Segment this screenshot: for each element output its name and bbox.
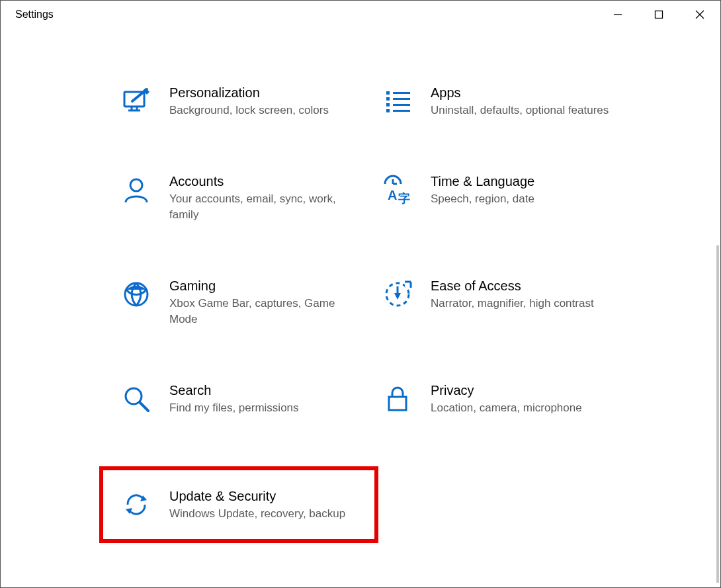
tile-title: Update & Security [169,487,357,505]
tile-title: Apps [431,84,618,101]
apps-icon [382,85,413,117]
tile-sub: Windows Update, recovery, backup [169,506,348,522]
accounts-icon [120,174,152,206]
svg-rect-10 [386,91,390,95]
gaming-icon [120,278,152,310]
maximize-button[interactable] [638,1,679,28]
svg-rect-13 [386,109,390,112]
tile-sub: Location, camera, microphone [431,400,609,416]
tile-title: Gaming [169,277,357,294]
tile-sub: Uninstall, defaults, optional features [431,103,609,118]
svg-text:字: 字 [398,192,410,205]
tile-sub: Background, lock screen, colors [169,103,348,118]
tile-sub: Find my files, permissions [169,400,348,416]
tile-personalization[interactable]: Personalization Background, lock screen,… [116,80,361,122]
svg-rect-27 [405,282,409,287]
tile-sub: Your accounts, email, sync, work, family [169,191,348,223]
svg-point-18 [130,179,142,191]
tile-title: Accounts [169,173,357,190]
tile-privacy[interactable]: Privacy Location, camera, microphone [378,378,622,420]
tile-time-language[interactable]: A 字 Time & Language Speech, region, date [378,169,622,227]
ease-of-access-icon [382,278,413,310]
tile-title: Personalization [169,84,357,101]
vertical-scrollbar[interactable] [716,245,719,583]
tile-apps[interactable]: Apps Uninstall, defaults, optional featu… [378,80,622,122]
svg-line-31 [140,402,148,411]
tile-title: Time & Language [431,173,618,190]
window-controls [597,1,720,28]
svg-rect-11 [386,97,390,101]
svg-rect-32 [389,397,406,410]
privacy-icon [382,383,413,415]
tile-update-security[interactable]: Update & Security Windows Update, recove… [116,483,361,526]
svg-text:A: A [388,188,397,202]
svg-rect-1 [656,11,663,19]
time-language-icon: A 字 [382,174,413,206]
svg-rect-12 [386,103,390,106]
settings-grid: Personalization Background, lock screen,… [1,80,720,526]
tile-title: Ease of Access [431,277,618,294]
settings-content: Personalization Background, lock screen,… [1,80,720,587]
tile-gaming[interactable]: Gaming Xbox Game Bar, captures, Game Mod… [116,273,361,331]
search-icon [120,383,152,415]
settings-window: Settings [0,0,721,588]
tile-sub: Speech, region, date [431,191,609,207]
close-button[interactable] [679,1,720,28]
personalization-icon [120,85,152,117]
minimize-button[interactable] [597,1,638,28]
update-security-icon [120,489,152,521]
tile-ease-of-access[interactable]: Ease of Access Narrator, magnifier, high… [378,273,622,331]
svg-marker-26 [394,293,401,300]
tile-title: Search [169,382,357,399]
tile-sub: Xbox Game Bar, captures, Game Mode [169,296,348,327]
tile-accounts[interactable]: Accounts Your accounts, email, sync, wor… [116,169,361,227]
tile-search[interactable]: Search Find my files, permissions [116,378,361,420]
window-title: Settings [15,9,54,21]
tile-title: Privacy [431,382,618,399]
tile-sub: Narrator, magnifier, high contrast [431,296,609,312]
